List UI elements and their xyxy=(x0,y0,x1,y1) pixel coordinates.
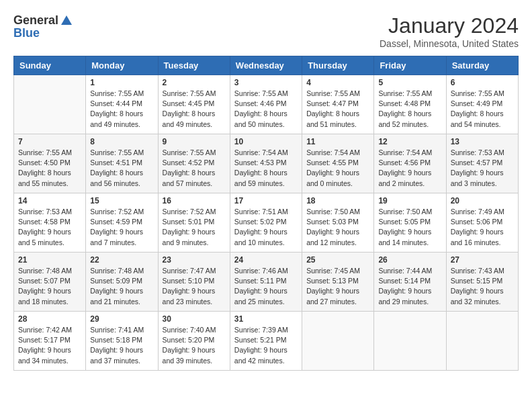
day-number: 14 xyxy=(18,196,81,205)
day-info: Sunrise: 7:55 AMSunset: 4:51 PMDaylight:… xyxy=(90,148,153,189)
calendar-cell: 26Sunrise: 7:44 AMSunset: 5:14 PMDayligh… xyxy=(374,253,446,312)
day-number: 30 xyxy=(163,314,226,324)
logo: General Blue xyxy=(13,13,73,40)
day-info: Sunrise: 7:46 AMSunset: 5:11 PMDaylight:… xyxy=(234,266,298,307)
weekday-header-sunday: Sunday xyxy=(14,56,86,75)
day-info: Sunrise: 7:54 AMSunset: 4:56 PMDaylight:… xyxy=(378,148,441,189)
day-info: Sunrise: 7:48 AMSunset: 5:07 PMDaylight:… xyxy=(18,266,81,307)
calendar-table: SundayMondayTuesdayWednesdayThursdayFrid… xyxy=(13,56,519,371)
day-info: Sunrise: 7:52 AMSunset: 4:59 PMDaylight:… xyxy=(90,207,153,248)
calendar-title: January 2024 xyxy=(380,13,519,38)
day-info: Sunrise: 7:40 AMSunset: 5:20 PMDaylight:… xyxy=(163,325,226,366)
calendar-cell: 19Sunrise: 7:50 AMSunset: 5:05 PMDayligh… xyxy=(374,193,446,253)
calendar-subtitle: Dassel, Minnesota, United States xyxy=(380,38,519,49)
day-info: Sunrise: 7:55 AMSunset: 4:45 PMDaylight:… xyxy=(163,89,226,130)
calendar-cell xyxy=(14,75,86,134)
week-row-3: 14Sunrise: 7:53 AMSunset: 4:58 PMDayligh… xyxy=(14,193,519,253)
week-row-4: 21Sunrise: 7:48 AMSunset: 5:07 PMDayligh… xyxy=(14,253,519,312)
calendar-cell: 30Sunrise: 7:40 AMSunset: 5:20 PMDayligh… xyxy=(158,312,230,371)
day-info: Sunrise: 7:55 AMSunset: 4:44 PMDaylight:… xyxy=(90,89,153,130)
day-number: 2 xyxy=(163,78,226,87)
day-info: Sunrise: 7:51 AMSunset: 5:02 PMDaylight:… xyxy=(234,207,298,248)
calendar-cell xyxy=(446,312,518,371)
day-number: 28 xyxy=(18,314,81,324)
day-number: 13 xyxy=(451,137,514,146)
day-number: 7 xyxy=(18,137,81,146)
calendar-cell: 4Sunrise: 7:55 AMSunset: 4:47 PMDaylight… xyxy=(302,75,374,134)
day-info: Sunrise: 7:55 AMSunset: 4:48 PMDaylight:… xyxy=(378,89,441,130)
calendar-cell: 16Sunrise: 7:52 AMSunset: 5:01 PMDayligh… xyxy=(158,193,230,253)
calendar-cell: 6Sunrise: 7:55 AMSunset: 4:49 PMDaylight… xyxy=(446,75,518,134)
calendar-cell: 23Sunrise: 7:47 AMSunset: 5:10 PMDayligh… xyxy=(158,253,230,312)
day-info: Sunrise: 7:43 AMSunset: 5:15 PMDaylight:… xyxy=(451,266,514,307)
calendar-cell: 13Sunrise: 7:53 AMSunset: 4:57 PMDayligh… xyxy=(446,134,518,193)
day-number: 27 xyxy=(451,255,514,265)
calendar-cell: 20Sunrise: 7:49 AMSunset: 5:06 PMDayligh… xyxy=(446,193,518,253)
week-row-1: 1Sunrise: 7:55 AMSunset: 4:44 PMDaylight… xyxy=(14,75,519,134)
day-number: 19 xyxy=(378,196,441,205)
weekday-header-friday: Friday xyxy=(374,56,446,75)
week-row-2: 7Sunrise: 7:55 AMSunset: 4:50 PMDaylight… xyxy=(14,134,519,193)
day-number: 15 xyxy=(90,196,153,205)
day-info: Sunrise: 7:39 AMSunset: 5:21 PMDaylight:… xyxy=(234,325,298,366)
day-info: Sunrise: 7:55 AMSunset: 4:49 PMDaylight:… xyxy=(451,89,514,130)
calendar-cell: 24Sunrise: 7:46 AMSunset: 5:11 PMDayligh… xyxy=(230,253,302,312)
calendar-cell: 5Sunrise: 7:55 AMSunset: 4:48 PMDaylight… xyxy=(374,75,446,134)
calendar-cell: 12Sunrise: 7:54 AMSunset: 4:56 PMDayligh… xyxy=(374,134,446,193)
calendar-cell: 8Sunrise: 7:55 AMSunset: 4:51 PMDaylight… xyxy=(86,134,158,193)
day-number: 12 xyxy=(378,137,441,146)
svg-marker-0 xyxy=(61,15,72,25)
day-info: Sunrise: 7:54 AMSunset: 4:55 PMDaylight:… xyxy=(306,148,369,189)
calendar-cell xyxy=(374,312,446,371)
day-number: 16 xyxy=(163,196,226,205)
day-info: Sunrise: 7:42 AMSunset: 5:17 PMDaylight:… xyxy=(18,325,81,366)
day-number: 26 xyxy=(378,255,441,265)
day-info: Sunrise: 7:55 AMSunset: 4:47 PMDaylight:… xyxy=(306,89,369,130)
logo-icon xyxy=(60,14,73,28)
day-number: 31 xyxy=(234,314,298,324)
title-area: January 2024 Dassel, Minnesota, United S… xyxy=(380,13,519,49)
calendar-cell: 28Sunrise: 7:42 AMSunset: 5:17 PMDayligh… xyxy=(14,312,86,371)
calendar-cell: 29Sunrise: 7:41 AMSunset: 5:18 PMDayligh… xyxy=(86,312,158,371)
calendar-cell: 15Sunrise: 7:52 AMSunset: 4:59 PMDayligh… xyxy=(86,193,158,253)
day-info: Sunrise: 7:41 AMSunset: 5:18 PMDaylight:… xyxy=(90,325,153,366)
calendar-cell: 25Sunrise: 7:45 AMSunset: 5:13 PMDayligh… xyxy=(302,253,374,312)
day-info: Sunrise: 7:55 AMSunset: 4:52 PMDaylight:… xyxy=(163,148,226,189)
day-info: Sunrise: 7:44 AMSunset: 5:14 PMDaylight:… xyxy=(378,266,441,307)
day-info: Sunrise: 7:45 AMSunset: 5:13 PMDaylight:… xyxy=(306,266,369,307)
day-number: 10 xyxy=(234,137,298,146)
calendar-cell: 22Sunrise: 7:48 AMSunset: 5:09 PMDayligh… xyxy=(86,253,158,312)
weekday-header-wednesday: Wednesday xyxy=(230,56,302,75)
day-number: 18 xyxy=(306,196,369,205)
day-info: Sunrise: 7:50 AMSunset: 5:05 PMDaylight:… xyxy=(378,207,441,248)
day-info: Sunrise: 7:47 AMSunset: 5:10 PMDaylight:… xyxy=(163,266,226,307)
day-number: 1 xyxy=(90,78,153,87)
week-row-5: 28Sunrise: 7:42 AMSunset: 5:17 PMDayligh… xyxy=(14,312,519,371)
calendar-cell: 21Sunrise: 7:48 AMSunset: 5:07 PMDayligh… xyxy=(14,253,86,312)
day-number: 4 xyxy=(306,78,369,87)
calendar-cell: 3Sunrise: 7:55 AMSunset: 4:46 PMDaylight… xyxy=(230,75,302,134)
day-number: 6 xyxy=(451,78,514,87)
logo-general-text: General xyxy=(13,13,58,28)
day-number: 22 xyxy=(90,255,153,265)
calendar-cell: 9Sunrise: 7:55 AMSunset: 4:52 PMDaylight… xyxy=(158,134,230,193)
day-number: 9 xyxy=(163,137,226,146)
day-info: Sunrise: 7:55 AMSunset: 4:46 PMDaylight:… xyxy=(234,89,298,130)
day-info: Sunrise: 7:50 AMSunset: 5:03 PMDaylight:… xyxy=(306,207,369,248)
calendar-cell: 11Sunrise: 7:54 AMSunset: 4:55 PMDayligh… xyxy=(302,134,374,193)
day-info: Sunrise: 7:54 AMSunset: 4:53 PMDaylight:… xyxy=(234,148,298,189)
day-number: 21 xyxy=(18,255,81,265)
calendar-cell: 7Sunrise: 7:55 AMSunset: 4:50 PMDaylight… xyxy=(14,134,86,193)
day-number: 29 xyxy=(90,314,153,324)
weekday-header-monday: Monday xyxy=(86,56,158,75)
day-info: Sunrise: 7:49 AMSunset: 5:06 PMDaylight:… xyxy=(451,207,514,248)
day-number: 5 xyxy=(378,78,441,87)
day-info: Sunrise: 7:52 AMSunset: 5:01 PMDaylight:… xyxy=(163,207,226,248)
day-number: 25 xyxy=(306,255,369,265)
calendar-cell: 18Sunrise: 7:50 AMSunset: 5:03 PMDayligh… xyxy=(302,193,374,253)
weekday-header-row: SundayMondayTuesdayWednesdayThursdayFrid… xyxy=(14,56,519,75)
day-info: Sunrise: 7:48 AMSunset: 5:09 PMDaylight:… xyxy=(90,266,153,307)
weekday-header-tuesday: Tuesday xyxy=(158,56,230,75)
day-number: 3 xyxy=(234,78,298,87)
weekday-header-thursday: Thursday xyxy=(302,56,374,75)
